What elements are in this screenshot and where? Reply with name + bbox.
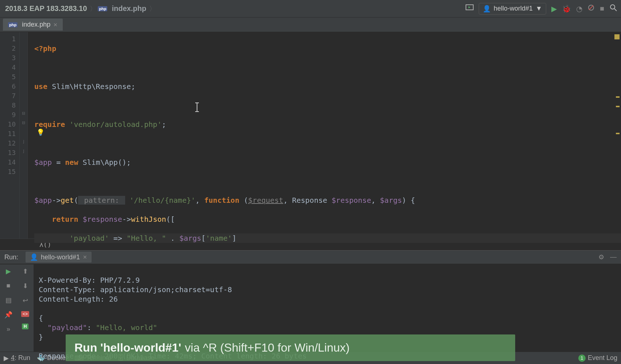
error-stripe[interactable]: [614, 32, 620, 239]
fold-end-icon[interactable]: ⌋: [21, 139, 26, 144]
chevron-down-icon: ▼: [536, 5, 542, 12]
editor-tabs: php index.php ✕: [0, 18, 621, 32]
layout-icon[interactable]: ▤: [5, 296, 12, 304]
tab-index-php[interactable]: php index.php ✕: [3, 19, 63, 31]
run-panel-header: Run: 👤 hello-world#1 ✕ ⚙ —: [0, 250, 621, 264]
play-icon[interactable]: ▶: [551, 4, 557, 13]
stop-icon[interactable]: ■: [600, 4, 604, 13]
soft-wrap-icon[interactable]: ↩: [23, 297, 28, 305]
shortcut-notification: Run 'hello-world#1' via ^R (Shift+F10 fo…: [66, 334, 515, 361]
person-icon: 👤: [30, 253, 38, 261]
run-toolbar-2: ⬆ ⬇ ↩ <> H: [17, 264, 34, 352]
event-count-badge: 1: [578, 355, 586, 362]
pin-icon[interactable]: 📌: [4, 311, 12, 319]
stop-icon[interactable]: ■: [7, 282, 11, 290]
scroll-up-icon[interactable]: ⬆: [23, 267, 28, 275]
warning-mark-icon[interactable]: [616, 133, 620, 134]
breadcrumb: 2018.3 EAP 183.3283.10 〉 php index.php 〉: [4, 4, 466, 13]
person-icon: 👤: [483, 5, 491, 13]
search-icon[interactable]: [609, 4, 617, 13]
code-area[interactable]: <?php use Slim\Http\Response; require 'v…: [28, 32, 621, 239]
run-tab-label: hello-world#1: [41, 253, 80, 261]
svg-point-4: [610, 5, 615, 9]
notify-strong: Run 'hello-world#1': [74, 341, 181, 355]
breadcrumb-file[interactable]: index.php: [110, 4, 147, 13]
top-toolbar: 2018.3 EAP 183.3283.10 〉 php index.php 〉…: [0, 0, 621, 18]
close-icon[interactable]: ✕: [53, 22, 58, 28]
warning-mark-icon[interactable]: [616, 96, 620, 98]
tab-label: index.php: [22, 21, 50, 28]
run-label: Run:: [4, 253, 18, 261]
config-label: hello-world#1: [494, 5, 533, 12]
minimize-icon[interactable]: —: [610, 253, 617, 261]
gear-icon[interactable]: ⚙: [598, 253, 604, 261]
svg-marker-1: [468, 6, 470, 8]
status-run[interactable]: ▶ 4: 4: RunRun: [4, 354, 30, 362]
attach-debug-icon[interactable]: [587, 4, 595, 13]
monitor-icon[interactable]: [466, 4, 474, 13]
text-cursor-icon: [194, 102, 200, 112]
status-event-log[interactable]: 1 Event Log: [578, 354, 617, 362]
fold-gutter[interactable]: ⊟ ⊟ ⌋ ⌋: [20, 32, 28, 239]
profile-icon[interactable]: ◔: [576, 4, 582, 13]
run-toolbar-left: ▶ ■ ▤ 📌 »: [0, 264, 17, 352]
play-icon[interactable]: ▶: [6, 267, 11, 275]
php-open-tag: <?php: [34, 44, 56, 53]
fold-end-icon[interactable]: ⌋: [21, 149, 26, 153]
line-gutter[interactable]: 1234 5678 9101112 131415: [0, 32, 20, 239]
expand-icon[interactable]: »: [7, 325, 10, 333]
fold-minus-icon[interactable]: ⊟: [21, 111, 26, 115]
chevron-right-icon: 〉: [90, 4, 96, 13]
inspection-status-icon[interactable]: [614, 34, 620, 39]
svg-line-5: [614, 9, 617, 11]
scroll-down-icon[interactable]: ⬇: [23, 282, 28, 290]
close-icon[interactable]: ✕: [83, 254, 87, 260]
bug-icon[interactable]: 🐞: [562, 4, 571, 13]
breadcrumb-version[interactable]: 2018.3 EAP 183.3283.10: [4, 4, 88, 13]
top-actions: 👤 hello-world#1 ▼ ▶ 🐞 ◔ ■: [466, 3, 617, 15]
run-config-select[interactable]: 👤 hello-world#1 ▼: [479, 3, 546, 15]
php-file-icon: php: [8, 22, 18, 27]
editor[interactable]: 1234 5678 9101112 131415 ⊟ ⊟ ⌋ ⌋ 💡 <?php…: [0, 32, 621, 239]
notify-rest: via ^R (Shift+F10 for Win/Linux): [185, 341, 350, 355]
fold-minus-icon[interactable]: ⊟: [21, 120, 26, 125]
warning-mark-icon[interactable]: [616, 106, 620, 107]
php-file-icon: php: [98, 6, 107, 11]
svg-line-3: [589, 5, 593, 10]
chevron-right-icon: 〉: [149, 4, 156, 13]
source-icon[interactable]: <>: [21, 311, 29, 317]
run-tab[interactable]: 👤 hello-world#1 ✕: [26, 252, 92, 263]
headers-icon[interactable]: H: [22, 324, 29, 329]
play-icon: ▶: [4, 354, 9, 362]
